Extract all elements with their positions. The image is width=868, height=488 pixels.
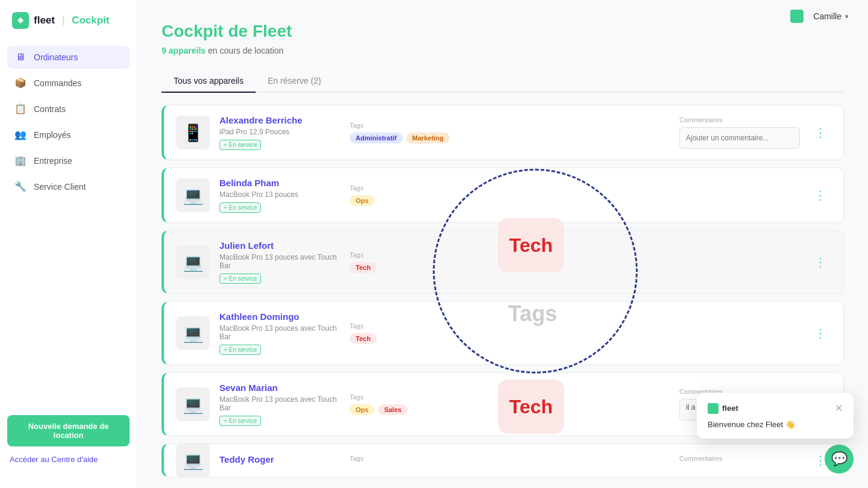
chat-popup-logo: fleet bbox=[708, 403, 738, 414]
help-link[interactable]: Accéder au Centre d'aide bbox=[7, 452, 130, 466]
tag-badges: Ops Sales bbox=[350, 404, 670, 415]
chat-message: Bienvenue chez Fleet 👋 bbox=[708, 420, 843, 429]
device-image: 💻 bbox=[176, 245, 210, 279]
device-tags-section: Tags Ops bbox=[350, 184, 670, 206]
chat-fleet-name: fleet bbox=[722, 404, 738, 413]
device-info: Alexandre Berriche iPad Pro 12.9 Pouces … bbox=[219, 115, 340, 150]
page-title: Cockpit de Fleet bbox=[162, 22, 844, 41]
chat-close-button[interactable]: ✕ bbox=[835, 402, 843, 414]
employes-icon: 👥 bbox=[14, 129, 27, 140]
tag-badges: Tech bbox=[350, 262, 670, 273]
new-rental-button[interactable]: Nouvelle demande de location bbox=[7, 415, 130, 446]
device-model: MacBook Pro 13 pouces avec Touch Bar bbox=[219, 253, 340, 270]
tags-label: Tags bbox=[350, 322, 670, 330]
chevron-down-icon: ▾ bbox=[845, 13, 849, 20]
device-tags-section: Tags Tech bbox=[350, 322, 670, 344]
tags-label: Tags bbox=[350, 251, 670, 258]
chat-open-button[interactable]: 💬 bbox=[825, 445, 854, 474]
sidebar-item-service-client[interactable]: 🔧 Service Client bbox=[7, 175, 130, 198]
contrats-icon: 📋 bbox=[14, 103, 27, 114]
tag-badge: Tech bbox=[350, 333, 377, 344]
device-model: iPad Pro 12.9 Pouces bbox=[219, 128, 340, 136]
device-tags-section: Tags Administratif Marketing bbox=[350, 122, 670, 143]
sidebar-item-contrats[interactable]: 📋 Contrats bbox=[7, 97, 130, 120]
topbar-fleet-icon bbox=[790, 10, 804, 23]
device-status: + En service bbox=[219, 345, 261, 355]
device-image: 💻 bbox=[176, 178, 210, 212]
sidebar-item-label: Commandes bbox=[34, 78, 81, 88]
user-menu[interactable]: Camille ▾ bbox=[813, 11, 849, 21]
tag-badges: Tech bbox=[350, 333, 670, 344]
device-model: MacBook Pro 13 pouces avec Touch Bar bbox=[219, 324, 340, 341]
chat-widget: fleet ✕ Bienvenue chez Fleet 👋 💬 bbox=[697, 393, 854, 474]
chat-popup: fleet ✕ Bienvenue chez Fleet 👋 bbox=[697, 393, 854, 439]
device-info: Julien Lefort MacBook Pro 13 pouces avec… bbox=[219, 240, 340, 284]
sidebar-item-commandes[interactable]: 📦 Commandes bbox=[7, 71, 130, 95]
device-status: + En service bbox=[219, 274, 261, 284]
more-options-button[interactable]: ⋮ bbox=[810, 123, 831, 142]
topbar-logo bbox=[790, 10, 804, 23]
tag-badge: Administratif bbox=[350, 133, 403, 143]
device-info: Sevan Marian MacBook Pro 13 pouces avec … bbox=[219, 383, 340, 426]
device-model: MacBook Pro 13 pouces bbox=[219, 190, 340, 199]
device-status: + En service bbox=[219, 140, 261, 150]
sidebar-item-entreprise[interactable]: 🏢 Entreprise bbox=[7, 149, 130, 172]
device-status: + En service bbox=[219, 416, 261, 426]
device-model: MacBook Pro 13 pouces avec Touch Bar bbox=[219, 395, 340, 412]
entreprise-icon: 🏢 bbox=[14, 155, 27, 166]
subtitle-rest: en cours de location bbox=[206, 46, 283, 55]
tags-label: Tags bbox=[350, 184, 670, 192]
device-name: Alexandre Berriche bbox=[219, 115, 340, 125]
tag-badge: Sales bbox=[378, 404, 407, 415]
title-brand: Fleet bbox=[253, 22, 292, 40]
device-row: 📱 Alexandre Berriche iPad Pro 12.9 Pouce… bbox=[162, 105, 844, 160]
sidebar-item-label: Service Client bbox=[34, 182, 86, 192]
ordinateurs-icon: 🖥 bbox=[14, 52, 27, 63]
device-row: 💻 Kathleen Domingo MacBook Pro 13 pouces… bbox=[162, 301, 844, 365]
device-count: 9 appareils bbox=[162, 46, 206, 55]
tab-all-devices[interactable]: Tous vos appareils bbox=[162, 70, 256, 93]
sidebar-nav: 🖥 Ordinateurs 📦 Commandes 📋 Contrats 👥 E… bbox=[0, 46, 137, 405]
device-info: Teddy Roger bbox=[219, 454, 340, 467]
device-info: Kathleen Domingo MacBook Pro 13 pouces a… bbox=[219, 311, 340, 355]
tags-label: Tags bbox=[350, 393, 670, 401]
sidebar-item-label: Contrats bbox=[34, 104, 66, 114]
chat-popup-header: fleet ✕ bbox=[708, 402, 843, 414]
device-image: 💻 bbox=[176, 387, 210, 421]
commandes-icon: 📦 bbox=[14, 77, 27, 89]
logo: fleet | Cockpit bbox=[0, 12, 137, 46]
sidebar-item-label: Entreprise bbox=[34, 156, 72, 166]
device-name: Julien Lefort bbox=[219, 240, 340, 251]
fleet-logo-text: fleet bbox=[34, 14, 55, 27]
tab-reserve[interactable]: En réserve (2) bbox=[256, 70, 333, 93]
title-prefix: Cockpit de bbox=[162, 22, 253, 40]
device-tabs: Tous vos appareils En réserve (2) bbox=[162, 70, 844, 93]
device-name: Teddy Roger bbox=[219, 454, 340, 465]
device-comments-section: Commentaires bbox=[679, 116, 800, 149]
sidebar: fleet | Cockpit 🖥 Ordinateurs 📦 Commande… bbox=[0, 0, 137, 488]
subtitle: 9 appareils en cours de location bbox=[162, 46, 844, 55]
fleet-logo-icon bbox=[12, 12, 29, 29]
chat-fleet-icon bbox=[708, 403, 719, 414]
comment-input[interactable] bbox=[679, 127, 800, 149]
more-options-button[interactable]: ⋮ bbox=[810, 324, 831, 343]
tag-badge: Ops bbox=[350, 404, 374, 415]
device-tags-section: Tags Tech bbox=[350, 251, 670, 273]
device-name: Kathleen Domingo bbox=[219, 311, 340, 322]
service-client-icon: 🔧 bbox=[14, 181, 27, 192]
sidebar-item-ordinateurs[interactable]: 🖥 Ordinateurs bbox=[7, 46, 130, 69]
more-options-button[interactable]: ⋮ bbox=[810, 252, 831, 272]
cockpit-logo-text: Cockpit bbox=[72, 14, 109, 27]
sidebar-item-employes[interactable]: 👥 Employés bbox=[7, 123, 130, 146]
device-info: Belinda Pham MacBook Pro 13 pouces + En … bbox=[219, 178, 340, 213]
logo-divider: | bbox=[62, 15, 64, 26]
sidebar-item-label: Employés bbox=[34, 130, 71, 140]
tag-badges: Ops bbox=[350, 195, 670, 206]
sidebar-item-label: Ordinateurs bbox=[34, 52, 78, 62]
more-options-button[interactable]: ⋮ bbox=[810, 186, 831, 205]
device-image: 💻 bbox=[176, 316, 210, 350]
tag-badges: Administratif Marketing bbox=[350, 133, 670, 143]
tag-badge: Ops bbox=[350, 195, 374, 206]
user-name: Camille bbox=[813, 11, 841, 21]
tags-label: Tags bbox=[350, 455, 670, 462]
